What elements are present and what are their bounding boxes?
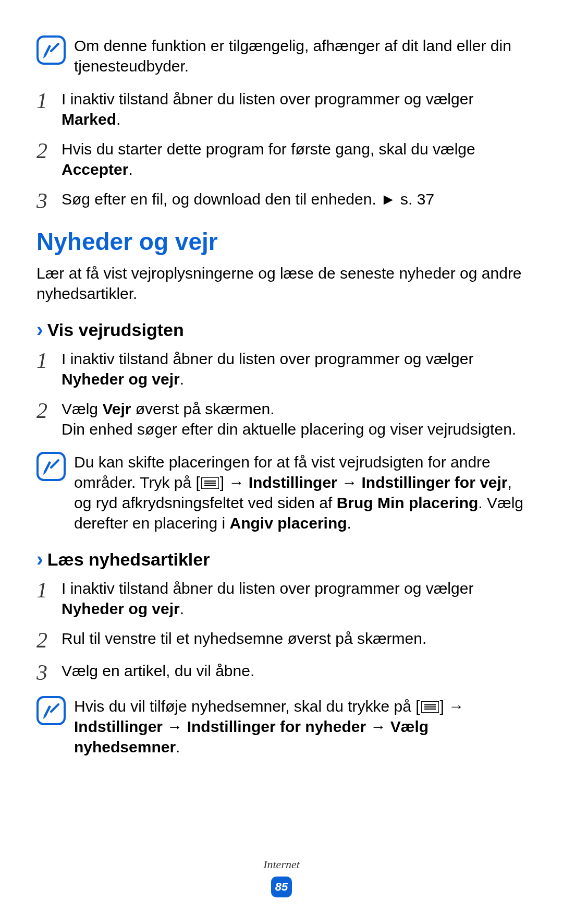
note-bold: Indstillinger for nyheder <box>187 718 366 735</box>
subsection-news: › Læs nyhedsartikler <box>36 548 527 571</box>
note-add-topics: Hvis du vil tilføje nyhedsemner, skal du… <box>36 696 527 757</box>
step-body: Rul til venstre til et nyhedsemne øverst… <box>62 628 527 649</box>
step-number: 2 <box>36 399 62 422</box>
page-footer: Internet 85 <box>0 857 563 903</box>
note-availability: Om denne funktion er tilgængelig, afhæng… <box>36 35 527 76</box>
step-body: Søg efter en fil, og download den til en… <box>62 189 527 209</box>
note-seg: . <box>176 738 180 755</box>
step-number: 3 <box>36 661 62 683</box>
note-seg: Hvis du vil tilføje nyhedsemner, skal du… <box>74 698 420 715</box>
note-seg: . <box>347 514 351 532</box>
step-2: 2 Hvis du starter dette program for førs… <box>36 139 527 179</box>
note-seg: → <box>366 718 390 735</box>
step-text: Vælg en artikel, du vil åbne. <box>62 662 254 679</box>
step-text-end: . <box>180 600 184 617</box>
step-2: 2 Rul til venstre til et nyhedsemne øver… <box>36 628 527 651</box>
step-text-end: øverst på skærmen. <box>131 400 274 417</box>
note-seg: ] → <box>220 474 249 491</box>
note-bold: Angiv placering <box>230 514 347 532</box>
step-text: I inaktiv tilstand åbner du listen over … <box>62 350 473 367</box>
step-bold: Vejr <box>102 400 131 417</box>
step-3: 3 Vælg en artikel, du vil åbne. <box>36 661 527 683</box>
note-text: Hvis du vil tilføje nyhedsemner, skal du… <box>74 696 527 757</box>
step-body: I inaktiv tilstand åbner du listen over … <box>62 578 527 619</box>
footer-section-label: Internet <box>0 857 563 872</box>
note-seg: → <box>163 718 187 735</box>
step-text: Søg efter en fil, og download den til en… <box>62 190 434 208</box>
step-1: 1 I inaktiv tilstand åbner du listen ove… <box>36 89 527 129</box>
step-body: Vælg Vejr øverst på skærmen. Din enhed s… <box>62 399 527 439</box>
note-text: Om denne funktion er tilgængelig, afhæng… <box>74 35 527 76</box>
step-text: Hvis du starter dette program for første… <box>62 140 475 158</box>
step-number: 2 <box>36 139 62 162</box>
chevron-icon: › <box>36 320 43 340</box>
note-bold: Indstillinger <box>74 718 163 735</box>
step-number: 1 <box>36 89 62 112</box>
step-body: Hvis du starter dette program for første… <box>62 139 527 179</box>
step-bold: Nyheder og vejr <box>62 370 180 388</box>
step-text-end: . <box>180 370 184 388</box>
menu-key-icon <box>201 477 219 489</box>
step-3: 3 Søg efter en fil, og download den til … <box>36 189 527 212</box>
steps-news: 1 I inaktiv tilstand åbner du listen ove… <box>36 578 527 683</box>
page-number: 85 <box>270 880 293 895</box>
step-text-end: . <box>128 161 132 178</box>
step-bold: Marked <box>62 111 116 128</box>
step-text-end: . <box>116 111 120 128</box>
step-text: I inaktiv tilstand åbner du listen over … <box>62 580 473 597</box>
step-2: 2 Vælg Vejr øverst på skærmen. Din enhed… <box>36 399 527 439</box>
step-number: 1 <box>36 349 62 371</box>
step-number: 1 <box>36 578 62 601</box>
note-bold: Indstillinger for vejr <box>361 474 507 491</box>
steps-marked: 1 I inaktiv tilstand åbner du listen ove… <box>36 89 527 212</box>
subsection-title: Læs nyhedsartikler <box>47 548 210 571</box>
step-bold: Nyheder og vejr <box>62 600 180 617</box>
step-extra: Din enhed søger efter din aktuelle place… <box>62 419 527 439</box>
note-change-location: Du kan skifte placeringen for at få vist… <box>36 452 527 533</box>
chevron-icon: › <box>36 549 43 569</box>
note-bold: Brug Min placering <box>337 494 479 511</box>
step-text: I inaktiv tilstand åbner du listen over … <box>62 90 473 107</box>
section-title-news-weather: Nyheder og vejr <box>36 226 527 258</box>
step-text: Vælg <box>62 400 102 417</box>
step-body: I inaktiv tilstand åbner du listen over … <box>62 349 527 389</box>
step-bold: Accepter <box>62 161 128 178</box>
step-text: Rul til venstre til et nyhedsemne øverst… <box>62 630 426 647</box>
page-number-badge: 85 <box>270 875 293 898</box>
step-body: Vælg en artikel, du vil åbne. <box>62 661 527 681</box>
step-1: 1 I inaktiv tilstand åbner du listen ove… <box>36 349 527 389</box>
menu-key-icon <box>421 701 439 713</box>
subsection-weather: › Vis vejrudsigten <box>36 318 527 341</box>
note-seg: → <box>337 474 362 491</box>
step-number: 2 <box>36 628 62 651</box>
step-number: 3 <box>36 189 62 212</box>
step-body: I inaktiv tilstand åbner du listen over … <box>62 89 527 129</box>
note-icon <box>36 696 66 725</box>
note-seg: ] → <box>440 698 464 715</box>
note-bold: Indstillinger <box>249 474 337 491</box>
steps-weather: 1 I inaktiv tilstand åbner du listen ove… <box>36 349 527 439</box>
note-icon <box>36 452 66 481</box>
subsection-title: Vis vejrudsigten <box>47 318 184 341</box>
note-text: Du kan skifte placeringen for at få vist… <box>74 452 527 533</box>
step-1: 1 I inaktiv tilstand åbner du listen ove… <box>36 578 527 619</box>
note-icon <box>36 35 66 65</box>
section-description: Lær at få vist vejroplysningerne og læse… <box>36 263 527 304</box>
